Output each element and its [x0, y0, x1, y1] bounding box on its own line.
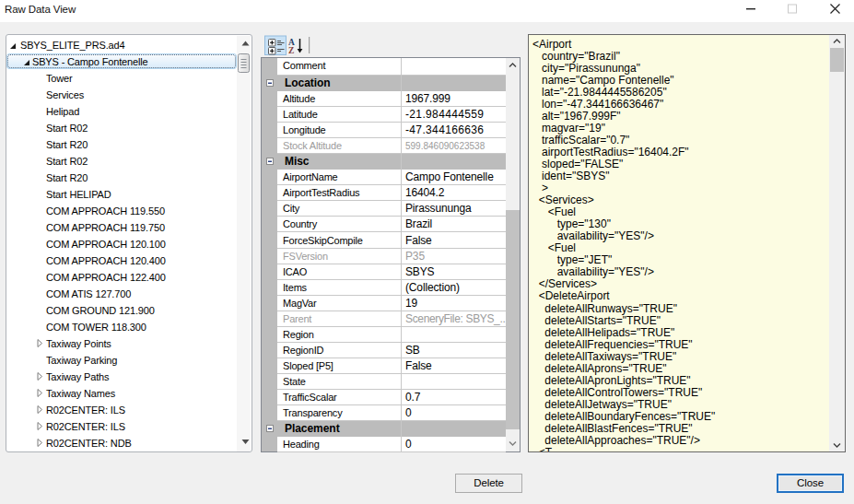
svg-text:Z: Z: [288, 46, 294, 55]
